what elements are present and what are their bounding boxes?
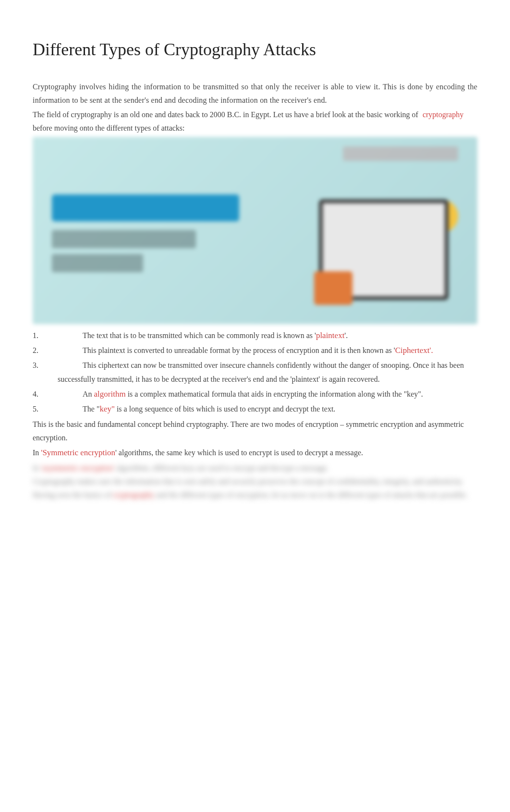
list-item-1: The text that is to be transmitted which… (33, 328, 477, 343)
item1-text-a: The text that is to be transmitted which… (60, 331, 316, 339)
blurred-line-1: In 'asymmetric encryption' algorithms, d… (33, 461, 477, 475)
list-item-5: The "key" is a long sequence of bits whi… (33, 401, 477, 416)
item4-text-b: is a complex mathematical formula that a… (126, 390, 423, 398)
intro-paragraph-2: The field of cryptography is an old one … (33, 108, 477, 135)
hero-subtitle-2 (52, 254, 143, 272)
symmetric-paragraph: In 'Symmetric encryption' algorithms, th… (33, 446, 477, 460)
item1-text-b: '. (344, 331, 348, 339)
sym-text-a: In (33, 448, 41, 457)
hero-title-block (52, 194, 239, 278)
box-icon (314, 271, 352, 305)
list-item-4: An algorithm is a complex mathematical f… (33, 387, 477, 401)
item5-text-b: is a long sequence of bits which is used… (115, 405, 335, 413)
blurred-line-2: Cryptography makes sure the information … (33, 475, 477, 502)
cryptography-link[interactable]: cryptography (420, 110, 466, 119)
sym-text-b: ' algorithms, the same key which is used… (115, 448, 363, 457)
ciphertext-term: Ciphertext'. (395, 346, 433, 355)
blur-2b: and the different types of encryption, l… (156, 491, 468, 499)
hero-image (33, 137, 477, 324)
concepts-list: The text that is to be transmitted which… (33, 328, 477, 417)
asymmetric-encryption-term: 'asymmetric encryption' (41, 464, 114, 472)
list-item-3: This ciphertext can now be transmitted o… (33, 358, 477, 387)
item5-text-a: The " (60, 405, 99, 413)
blur-1b: algorithms, different keys are used to e… (114, 464, 328, 472)
hero-brand-badge (343, 146, 458, 161)
list-item-2: This plaintext is converted to unreadabl… (33, 343, 477, 358)
algorithm-term: algorithm (94, 389, 126, 399)
plaintext-term: plaintext (316, 331, 344, 340)
modes-paragraph: This is the basic and fundamental concep… (33, 418, 477, 445)
key-term: key" (99, 404, 115, 413)
hero-blue-title-bar (52, 194, 239, 221)
cryptography-term-2: cryptography (113, 491, 154, 499)
intro-paragraph-1: Cryptography involves hiding the informa… (33, 80, 477, 107)
item3-text: This ciphertext can now be transmitted o… (58, 361, 464, 384)
blur-1a: In (33, 464, 41, 472)
blurred-preview: In 'asymmetric encryption' algorithms, d… (33, 461, 477, 502)
page-title: Different Types of Cryptography Attacks (33, 38, 477, 61)
symmetric-encryption-term: 'Symmetric encryption (41, 448, 115, 457)
intro2-text-a: The field of cryptography is an old one … (33, 110, 420, 119)
item2-text-a: This plaintext is converted to unreadabl… (60, 346, 395, 354)
item4-text-a: An (60, 390, 94, 398)
intro2-text-b: before moving onto the different types o… (33, 124, 185, 132)
hero-subtitle-1 (52, 230, 196, 248)
